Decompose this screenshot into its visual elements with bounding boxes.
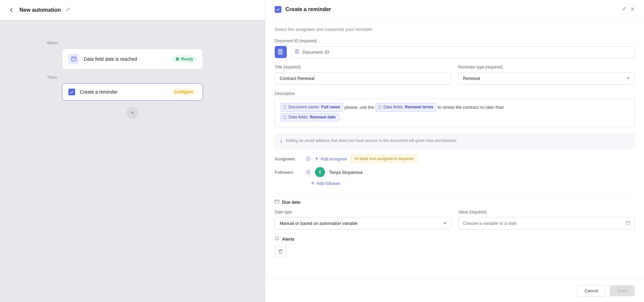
alerts-label: Alerts [282,237,294,242]
alerts-header: Alerts [275,236,635,242]
panel-header: Create a reminder × [265,0,644,19]
title-input[interactable] [275,72,451,85]
due-date-section: Due date Date type Manual or based on au… [275,199,635,230]
when-card: Data field date is reached Ready [62,49,203,69]
info-text: Adding an email address that does not ha… [285,138,458,143]
trash-button[interactable] [275,246,286,257]
title-field-group: Title (required) [275,65,451,85]
doc-id-label: Document ID (required) [275,39,635,43]
description-box[interactable]: Document owner: Full name please, use th… [275,99,635,127]
top-bar: New automation [0,0,265,20]
assignees-info-icon: i [306,156,311,161]
title-type-row: Title (required) Reminder type (required… [275,65,635,85]
canvas-area: When Data field date is reached Ready Th… [0,20,265,302]
panel-title: Create a reminder [285,6,618,12]
add-assignee-plus-icon: + [315,155,319,162]
date-type-value-row: Date type Manual or based on automation … [275,210,635,230]
assignee-warning-badge: At least one assignee is required [351,155,417,162]
add-follower-plus-icon: + [311,180,315,187]
alerts-section: Alerts [275,236,635,257]
when-card-icon [68,54,79,64]
svg-rect-10 [626,221,630,224]
panel-subtitle: Select the assignees and customize your … [275,27,635,32]
left-panel: New automation When Data field date is r… [0,0,265,302]
cancel-button[interactable]: Cancel [577,285,606,297]
edit-title-button[interactable] [64,6,72,13]
svg-rect-7 [379,106,381,109]
date-type-group: Date type Manual or based on automation … [275,210,451,230]
calendar-icon [275,199,279,205]
right-panel: Create a reminder × Select the assignees… [265,0,644,302]
desc-plain-3: . [340,113,341,121]
doc-id-field[interactable]: Document: ID [290,46,635,58]
add-assignee-label: Add assignee [321,156,347,161]
add-assignee-button[interactable]: + Add assignee [315,155,347,162]
then-card-text: Create a reminder [80,89,166,95]
panel-edit-button[interactable] [622,6,627,12]
page-title: New automation [19,7,61,13]
add-follower-label: Add follower [317,181,341,186]
renewal-terms-chip: Data fields: Renewal terms [375,103,436,112]
title-label: Title (required) [275,65,451,69]
svg-rect-8 [284,115,286,118]
svg-rect-9 [275,200,279,203]
add-follower-row: + Add follower [311,180,635,187]
panel-body: Select the assignees and customize your … [265,19,644,279]
when-ready-badge: Ready [172,55,197,63]
panel-footer: Cancel Save [265,279,644,302]
date-type-select[interactable]: Manual or based on automation variable [275,217,451,230]
svg-rect-6 [284,106,286,109]
back-button[interactable] [7,5,16,15]
svg-rect-0 [71,57,76,61]
then-card-checkbox [68,89,75,95]
value-input[interactable] [458,217,635,230]
doc-id-value: Document: ID [303,50,329,55]
add-follower-button[interactable]: + Add follower [311,180,340,187]
reminder-type-select[interactable]: Renewal [458,72,635,85]
assignees-row: Assignees i + Add assignee At least one … [275,155,635,162]
doc-owner-chip: Document owner: Full name [280,103,343,112]
reminder-type-group: Reminder type (required) Renewal [458,65,635,85]
then-label: Then [47,75,57,80]
when-card-text: Data field date is reached [84,56,167,62]
followers-label: Followers [275,170,302,175]
doc-icon-button[interactable] [275,46,287,58]
followers-info-icon: i [306,169,311,175]
renewal-date-chip: Data fields: Renewal date [280,113,339,122]
add-step-button[interactable]: + [126,107,139,119]
date-type-label: Date type [275,210,451,214]
due-date-header: Due date [275,199,635,205]
info-box: ℹ Adding an email address that does not … [275,134,635,148]
bell-icon [275,236,279,242]
divider-1 [275,194,635,194]
description-section: Description Document owner: Full name pl… [275,91,635,127]
calendar-input-icon [626,220,631,226]
due-date-label: Due date [282,200,301,205]
then-card: Create a reminder Configure [62,83,203,101]
reminder-type-label: Reminder type (required) [458,65,635,69]
description-row-1: Document owner: Full name please, use th… [280,103,629,112]
value-input-wrapper [458,217,635,230]
desc-plain-1: please, use the [344,103,374,111]
followers-row: Followers i T Tanya Stoyanova [275,167,635,177]
panel-close-button[interactable]: × [631,5,635,13]
doc-field-icon [295,49,300,55]
svg-point-2 [176,57,179,61]
info-icon: ℹ [280,139,282,144]
value-label: Value (required) [458,210,635,214]
desc-plain-2: to renew the contract no later than [438,103,504,111]
then-configure-badge: Configure [171,88,197,96]
value-group: Value (required) [458,210,635,230]
description-row-2: Data fields: Renewal date . [280,113,629,122]
follower-name: Tanya Stoyanova [329,170,363,175]
doc-id-row: Document: ID [275,46,635,58]
panel-checkbox [275,6,281,13]
when-label: When [47,40,58,45]
assignees-label: Assignees [275,156,302,161]
description-label: Description [275,91,635,96]
avatar: T [315,167,325,177]
save-button[interactable]: Save [610,285,635,296]
